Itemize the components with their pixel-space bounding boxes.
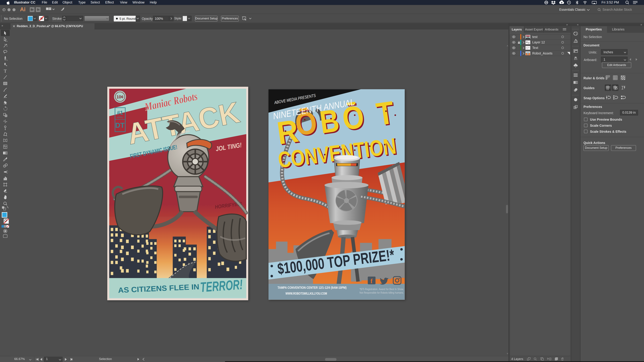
svg-text:Not Responsible for Robots kil: Not Responsible for Robots killing human…	[360, 291, 404, 294]
svg-text:TAMPA CONVENTION CENTER 12/1-1: TAMPA CONVENTION CENTER 12/1-12/4 (9AM-1…	[278, 286, 346, 290]
svg-text:T: T	[4, 68, 7, 73]
svg-text:f: f	[370, 277, 373, 285]
svg-text:*$75 Registration. Award for B: *$75 Registration. Award for Best In Sho…	[360, 288, 404, 291]
svg-text:WWW.ROBOTSWILLKILLYOU.COM: WWW.ROBOTSWILLKILLYOU.COM	[286, 292, 327, 295]
